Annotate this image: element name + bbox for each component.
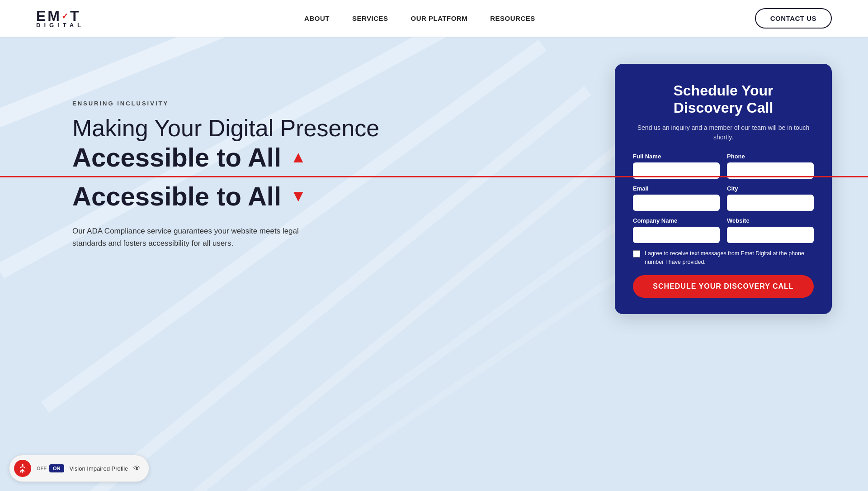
fullname-label: Full Name [633,153,720,160]
toggle-off-label: OFF [37,466,47,471]
hero-section: ENSURING INCLUSIVITY Making Your Digital… [0,37,868,408]
submit-button[interactable]: SCHEDULE YOUR DISCOVERY CALL [633,275,814,298]
form-row-email-city: Email City [633,185,814,211]
city-input[interactable] [727,195,814,211]
form-group-company: Company Name [633,217,720,243]
website-label: Website [727,217,814,224]
form-group-email: Email [633,185,720,211]
nav-link-services[interactable]: SERVICES [352,14,388,22]
company-label: Company Name [633,217,720,224]
contact-us-button[interactable]: CONTACT US [755,8,832,29]
consent-checkbox[interactable] [633,250,640,257]
form-group-phone: Phone [727,153,814,179]
email-label: Email [633,185,720,192]
form-group-website: Website [727,217,814,243]
logo-name: EM✓T [36,9,85,23]
consent-row: I agree to receive text messages from Em… [633,249,814,267]
form-group-fullname: Full Name [633,153,720,179]
toggle-group: OFF ON [37,464,64,472]
nav-link-resources[interactable]: RESOURCES [490,14,535,22]
website-input[interactable] [727,227,814,243]
toggle-on-button[interactable]: ON [49,464,64,472]
form-title: Schedule Your Discovery Call [633,82,814,117]
arrow-up-icon: ▲ [290,149,307,165]
accessibility-toolbar: OFF ON Vision Impaired Profile 👁 [9,455,149,482]
discovery-call-form: Schedule Your Discovery Call Send us an … [615,64,832,314]
hero-eyebrow: ENSURING INCLUSIVITY [72,100,389,107]
arrow-down-icon: ▼ [290,188,307,204]
nav-item-platform[interactable]: OUR PLATFORM [410,14,467,23]
city-label: City [727,185,814,192]
nav-link-about[interactable]: ABOUT [304,14,330,22]
form-row-company-website: Company Name Website [633,217,814,243]
nav-links: ABOUT SERVICES OUR PLATFORM RESOURCES [304,14,535,23]
hero-title-accessible-above: Accessible to All ▲ [72,142,389,176]
form-group-city: City [727,185,814,211]
hero-title-top: Making Your Digital Presence [72,115,389,142]
nav-item-about[interactable]: ABOUT [304,14,330,23]
form-row-name-phone: Full Name Phone [633,153,814,179]
company-input[interactable] [633,227,720,243]
navbar: EM✓T DIGITAL ABOUT SERVICES OUR PLATFORM… [0,0,868,37]
consent-label: I agree to receive text messages from Em… [645,249,814,267]
hero-content: ENSURING INCLUSIVITY Making Your Digital… [72,64,389,176]
svg-point-10 [22,464,24,466]
nav-item-resources[interactable]: RESOURCES [490,14,535,23]
nav-item-services[interactable]: SERVICES [352,14,388,23]
eye-icon[interactable]: 👁 [133,464,141,472]
accessibility-icon[interactable] [14,460,31,477]
logo[interactable]: EM✓T DIGITAL [36,9,85,28]
nav-link-platform[interactable]: OUR PLATFORM [410,14,467,22]
split-divider [0,176,868,177]
hero-description: Our ADA Compliance service guarantees yo… [72,225,326,249]
phone-label: Phone [727,153,814,160]
red-line [0,176,868,177]
form-subtitle: Send us an inquiry and a member of our t… [633,123,814,142]
vision-profile-label: Vision Impaired Profile [70,465,128,472]
email-input[interactable] [633,195,720,211]
